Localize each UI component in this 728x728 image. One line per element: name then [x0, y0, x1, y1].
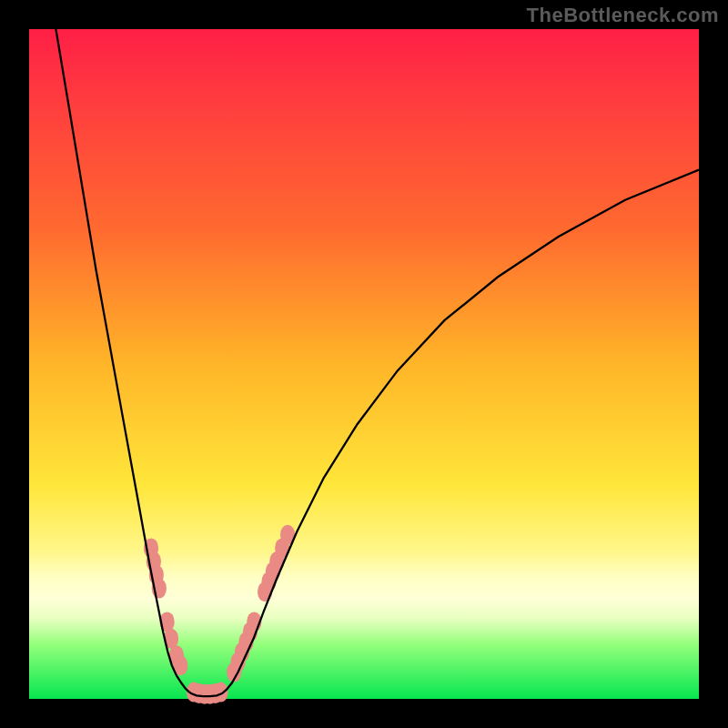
plot-gradient-background — [29, 29, 699, 699]
watermark-text: TheBottleneck.com — [527, 4, 719, 27]
chart-frame: TheBottleneck.com — [0, 0, 728, 728]
